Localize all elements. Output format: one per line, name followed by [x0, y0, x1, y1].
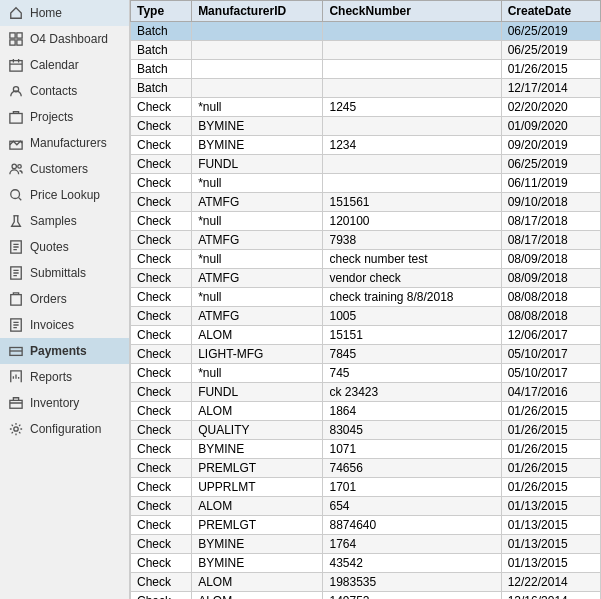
sidebar-item-payments[interactable]: Payments	[0, 338, 129, 364]
sidebar-item-reports[interactable]: Reports	[0, 364, 129, 390]
svg-rect-6	[10, 114, 22, 124]
cell-create-date: 05/10/2017	[501, 364, 600, 383]
cell-manufacturer-id: UPPRLMT	[192, 478, 323, 497]
table-row[interactable]: CheckBYMINE4354201/13/2015	[131, 554, 601, 573]
sidebar-item-label: O4 Dashboard	[30, 32, 108, 46]
table-row[interactable]: CheckBYMINE123409/20/2019	[131, 136, 601, 155]
sidebar-item-configuration[interactable]: Configuration	[0, 416, 129, 442]
table-row[interactable]: Check*null124502/20/2020	[131, 98, 601, 117]
cell-manufacturer-id: ATMFG	[192, 269, 323, 288]
cell-type: Check	[131, 440, 192, 459]
sidebar-item-label: Quotes	[30, 240, 69, 254]
main-content: Type ManufacturerID CheckNumber CreateDa…	[130, 0, 601, 599]
table-row[interactable]: CheckUPPRLMT170101/26/2015	[131, 478, 601, 497]
table-row[interactable]: Batch12/17/2014	[131, 79, 601, 98]
cell-type: Batch	[131, 41, 192, 60]
cell-type: Check	[131, 193, 192, 212]
col-manufacturer-id[interactable]: ManufacturerID	[192, 1, 323, 22]
cell-type: Check	[131, 250, 192, 269]
sidebar-item-manufacturers[interactable]: Manufacturers	[0, 130, 129, 156]
sidebar-item-price-lookup[interactable]: Price Lookup	[0, 182, 129, 208]
cell-type: Batch	[131, 60, 192, 79]
table-row[interactable]: CheckPREMLGT887464001/13/2015	[131, 516, 601, 535]
submittals-icon	[8, 265, 24, 281]
customers-icon	[8, 161, 24, 177]
cell-check-number: 1234	[323, 136, 501, 155]
cell-manufacturer-id	[192, 60, 323, 79]
table-row[interactable]: Batch06/25/2019	[131, 41, 601, 60]
table-row[interactable]: CheckATMFG793808/17/2018	[131, 231, 601, 250]
cell-check-number: vendor check	[323, 269, 501, 288]
cell-create-date: 12/16/2014	[501, 592, 600, 600]
cell-create-date: 01/26/2015	[501, 440, 600, 459]
cell-create-date: 01/26/2015	[501, 459, 600, 478]
table-row[interactable]: Batch06/25/2019	[131, 22, 601, 41]
table-row[interactable]: CheckBYMINE107101/26/2015	[131, 440, 601, 459]
payments-icon	[8, 343, 24, 359]
table-row[interactable]: CheckPREMLGT7465601/26/2015	[131, 459, 601, 478]
cell-type: Check	[131, 573, 192, 592]
table-row[interactable]: CheckLIGHT-MFG784505/10/2017	[131, 345, 601, 364]
svg-point-17	[14, 427, 18, 431]
svg-rect-2	[10, 40, 15, 45]
inventory-icon	[8, 395, 24, 411]
manufacturers-icon	[8, 135, 24, 151]
sidebar-item-label: Calendar	[30, 58, 79, 72]
sidebar-item-orders[interactable]: Orders	[0, 286, 129, 312]
table-row[interactable]: Check*null06/11/2019	[131, 174, 601, 193]
configuration-icon	[8, 421, 24, 437]
cell-create-date: 06/25/2019	[501, 22, 600, 41]
col-type[interactable]: Type	[131, 1, 192, 22]
table-row[interactable]: Check*null12010008/17/2018	[131, 212, 601, 231]
table-row[interactable]: CheckFUNDL06/25/2019	[131, 155, 601, 174]
table-row[interactable]: Check*nullcheck training 8/8/201808/08/2…	[131, 288, 601, 307]
cell-check-number: 1701	[323, 478, 501, 497]
cell-type: Check	[131, 307, 192, 326]
table-row[interactable]: CheckFUNDLck 2342304/17/2016	[131, 383, 601, 402]
table-row[interactable]: CheckALOM198353512/22/2014	[131, 573, 601, 592]
cell-manufacturer-id: BYMINE	[192, 535, 323, 554]
cell-manufacturer-id: *null	[192, 98, 323, 117]
table-row[interactable]: CheckATMFG15156109/10/2018	[131, 193, 601, 212]
table-header: Type ManufacturerID CheckNumber CreateDa…	[131, 1, 601, 22]
sidebar-item-submittals[interactable]: Submittals	[0, 260, 129, 286]
cell-check-number	[323, 79, 501, 98]
sidebar-item-samples[interactable]: Samples	[0, 208, 129, 234]
table-row[interactable]: Check*nullcheck number test08/09/2018	[131, 250, 601, 269]
samples-icon	[8, 213, 24, 229]
table-row[interactable]: CheckALOM14975212/16/2014	[131, 592, 601, 600]
sidebar-item-invoices[interactable]: Invoices	[0, 312, 129, 338]
table-row[interactable]: CheckALOM65401/13/2015	[131, 497, 601, 516]
sidebar-item-quotes[interactable]: Quotes	[0, 234, 129, 260]
cell-create-date: 08/08/2018	[501, 307, 600, 326]
cell-manufacturer-id: QUALITY	[192, 421, 323, 440]
cell-type: Check	[131, 364, 192, 383]
cell-create-date: 01/26/2015	[501, 421, 600, 440]
table-row[interactable]: CheckBYMINE176401/13/2015	[131, 535, 601, 554]
sidebar-item-contacts[interactable]: Contacts	[0, 78, 129, 104]
sidebar-item-calendar[interactable]: Calendar	[0, 52, 129, 78]
payments-table: Type ManufacturerID CheckNumber CreateDa…	[130, 0, 601, 599]
table-row[interactable]: Check*null74505/10/2017	[131, 364, 601, 383]
col-check-number[interactable]: CheckNumber	[323, 1, 501, 22]
table-row[interactable]: CheckBYMINE01/09/2020	[131, 117, 601, 136]
cell-type: Check	[131, 231, 192, 250]
cell-create-date: 01/26/2015	[501, 60, 600, 79]
cell-manufacturer-id: BYMINE	[192, 440, 323, 459]
table-row[interactable]: CheckQUALITY8304501/26/2015	[131, 421, 601, 440]
cell-create-date: 02/20/2020	[501, 98, 600, 117]
col-create-date[interactable]: CreateDate	[501, 1, 600, 22]
table-row[interactable]: CheckALOM186401/26/2015	[131, 402, 601, 421]
table-row[interactable]: CheckATMFGvendor check08/09/2018	[131, 269, 601, 288]
table-container[interactable]: Type ManufacturerID CheckNumber CreateDa…	[130, 0, 601, 599]
sidebar-item-home[interactable]: Home	[0, 0, 129, 26]
sidebar-item-inventory[interactable]: Inventory	[0, 390, 129, 416]
sidebar-item-projects[interactable]: Projects	[0, 104, 129, 130]
sidebar-item-dashboard[interactable]: O4 Dashboard	[0, 26, 129, 52]
sidebar-item-customers[interactable]: Customers	[0, 156, 129, 182]
cell-create-date: 04/17/2016	[501, 383, 600, 402]
table-row[interactable]: CheckALOM1515112/06/2017	[131, 326, 601, 345]
cell-check-number: 1983535	[323, 573, 501, 592]
table-row[interactable]: CheckATMFG100508/08/2018	[131, 307, 601, 326]
table-row[interactable]: Batch01/26/2015	[131, 60, 601, 79]
